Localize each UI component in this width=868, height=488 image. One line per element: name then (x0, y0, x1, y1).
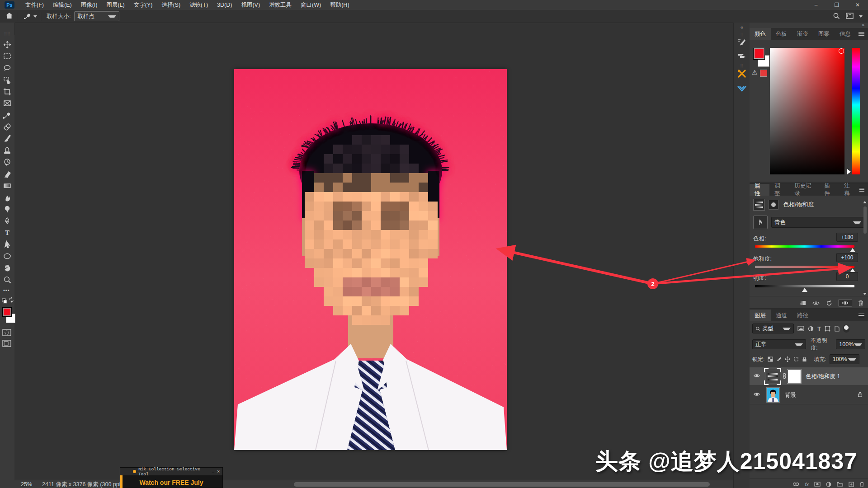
tab-adjustments[interactable]: 调整 (769, 184, 789, 196)
layer-mask-thumbnail[interactable] (788, 370, 801, 383)
layer-filter-select[interactable]: 类型 (752, 324, 794, 333)
panel-collapse-icon[interactable]: » (862, 23, 864, 28)
lock-position-icon[interactable] (785, 357, 790, 362)
nik-close-icon[interactable]: × (217, 469, 220, 474)
marquee-tool[interactable] (2, 52, 13, 61)
color-foreground-swatch[interactable] (753, 48, 765, 60)
clip-to-layer-icon[interactable] (799, 300, 806, 306)
plugin-panel-blue-icon[interactable] (734, 85, 750, 94)
dodge-tool[interactable] (2, 204, 13, 214)
properties-scrollbar[interactable] (863, 198, 867, 295)
workspace-switcher-icon[interactable] (846, 13, 854, 20)
lightness-value[interactable]: 0 (836, 272, 858, 281)
smudge-tool[interactable] (2, 192, 13, 202)
shape-ellipse-tool[interactable] (2, 251, 13, 261)
tab-gradients[interactable]: 渐变 (792, 28, 813, 40)
panel-menu-icon[interactable] (859, 31, 864, 37)
reset-icon[interactable] (826, 300, 832, 306)
spot-healing-tool[interactable] (2, 122, 13, 132)
tab-channels[interactable]: 通道 (771, 310, 792, 321)
object-selection-tool[interactable] (2, 75, 13, 85)
eraser-tool[interactable] (2, 169, 13, 179)
quick-mask-icon[interactable] (2, 329, 11, 338)
tab-swatches[interactable]: 色板 (771, 28, 792, 40)
filter-adjustment-layers-icon[interactable] (808, 326, 814, 332)
brush-tool[interactable] (2, 134, 13, 144)
saturation-slider[interactable] (755, 266, 854, 268)
tab-patterns[interactable]: 图案 (813, 28, 835, 40)
foreground-color-swatch[interactable] (2, 307, 12, 317)
brush-settings-panel-icon[interactable] (734, 38, 750, 48)
tab-color[interactable]: 颜色 (750, 28, 771, 40)
panel-menu-icon[interactable] (859, 313, 864, 319)
eyedropper-tool[interactable] (2, 110, 13, 120)
new-adjustment-layer-icon[interactable] (826, 482, 831, 487)
saturation-value[interactable]: +100 (836, 253, 858, 262)
pen-tool[interactable] (2, 216, 13, 226)
screen-mode-icon[interactable] (2, 340, 11, 348)
move-tool[interactable] (2, 40, 13, 50)
background-layer-thumbnail[interactable] (767, 388, 779, 402)
hue-slider[interactable] (755, 245, 854, 248)
menu-window[interactable]: 窗口(W) (296, 0, 326, 10)
eyedropper-tool-icon[interactable] (24, 12, 37, 20)
tab-history[interactable]: 历史记录 (789, 184, 819, 196)
home-icon[interactable] (5, 12, 13, 20)
menu-file[interactable]: 文件(F) (21, 0, 48, 10)
menu-layer[interactable]: 图层(L) (102, 0, 129, 10)
link-layers-icon[interactable] (793, 482, 799, 486)
tab-notes[interactable]: 注释 (839, 184, 859, 196)
gradient-tool[interactable] (2, 181, 13, 191)
hue-value[interactable]: +180 (836, 233, 858, 242)
crop-tool[interactable] (2, 87, 13, 97)
layer-name[interactable]: 色相/饱和度 1 (806, 373, 840, 380)
path-select-tool[interactable] (2, 239, 13, 249)
hue-strip[interactable] (852, 48, 860, 174)
layer-visibility-eye-icon[interactable] (753, 392, 760, 398)
filter-pixel-layers-icon[interactable] (797, 326, 804, 331)
ellipsis-icon[interactable]: ••• (3, 287, 10, 293)
panel-menu-icon[interactable] (859, 187, 864, 193)
add-mask-icon[interactable] (814, 482, 821, 487)
layer-row-hue-saturation[interactable]: 色相/饱和度 1 (750, 367, 868, 386)
menu-help[interactable]: 帮助(H) (326, 0, 354, 10)
blend-mode-select[interactable]: 正常 (752, 339, 806, 349)
sample-size-select[interactable]: 取样点 (74, 11, 119, 21)
menu-3d[interactable]: 3D(D) (212, 0, 236, 10)
tab-info[interactable]: 信息 (835, 28, 856, 40)
filter-smart-objects-icon[interactable] (834, 326, 840, 332)
window-close-button[interactable]: ✕ (847, 0, 868, 10)
hue-slider-thumb[interactable] (850, 248, 855, 252)
lock-pixels-icon[interactable] (776, 357, 782, 362)
layer-visibility-eye-icon[interactable] (753, 373, 760, 380)
filter-toggle[interactable] (843, 324, 849, 333)
document-photo[interactable] (234, 69, 507, 450)
nik-popup-link[interactable]: Watch our FREE July (120, 479, 222, 486)
new-layer-icon[interactable] (849, 482, 854, 487)
type-tool[interactable]: T (2, 228, 13, 238)
workspace-chevron-icon[interactable] (859, 15, 863, 18)
mask-link-icon[interactable] (783, 373, 786, 380)
layer-name[interactable]: 背景 (785, 391, 796, 399)
gamut-warning-swatch[interactable] (760, 70, 767, 77)
delete-adjustment-icon[interactable] (858, 300, 863, 306)
tab-plugins[interactable]: 插件 (819, 184, 839, 196)
menu-plugins[interactable]: 增效工具 (264, 0, 296, 10)
layer-row-background[interactable]: 背景 (750, 386, 868, 404)
toolbar-grip[interactable]: ⣿⣿ (0, 32, 14, 36)
tab-paths[interactable]: 路径 (792, 310, 813, 321)
channel-select[interactable]: 青色 (771, 217, 864, 228)
nik-popup-titlebar[interactable]: Nik Collection Selective Tool – × (120, 468, 222, 475)
brushes-panel-icon[interactable] (734, 52, 750, 60)
menu-select[interactable]: 选择(S) (157, 0, 185, 10)
history-brush-tool[interactable] (2, 157, 13, 167)
clone-stamp-tool[interactable] (2, 145, 13, 155)
lightness-slider[interactable] (755, 285, 854, 287)
menu-edit[interactable]: 编辑(E) (48, 0, 76, 10)
view-previous-state-icon[interactable] (812, 300, 820, 306)
tab-layers[interactable]: 图层 (750, 310, 771, 321)
filter-type-layers-icon[interactable]: T (817, 325, 821, 332)
zoom-tool[interactable] (2, 275, 13, 285)
opacity-select[interactable]: 100% (836, 339, 865, 349)
zoom-level[interactable]: 25% (21, 481, 32, 488)
